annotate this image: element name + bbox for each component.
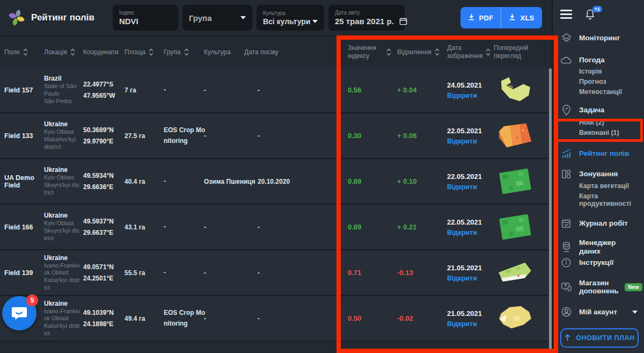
column-header-image_date[interactable]: Дата зображення bbox=[447, 44, 494, 60]
sidebar-subitem-forecast[interactable]: Прогноз bbox=[579, 78, 638, 85]
report-date-filter[interactable]: Дата звіту 25 трав 2021 р. bbox=[328, 5, 405, 31]
upgrade-plan-label: ОНОВИТИ ПЛАН bbox=[576, 334, 635, 342]
open-link[interactable]: Відкрити bbox=[447, 229, 477, 236]
column-header-group[interactable]: Група bbox=[164, 48, 204, 56]
sidebar-item-data-manager[interactable]: Менеджер даних bbox=[560, 239, 638, 255]
deviation-value: + 0.06 bbox=[397, 132, 447, 140]
sort-icon[interactable] bbox=[386, 48, 391, 56]
upgrade-plan-button[interactable]: ОНОВИТИ ПЛАН bbox=[560, 328, 639, 348]
sidebar-item-label: Задача bbox=[579, 106, 604, 114]
culture-filter[interactable]: Культура Всі культури bbox=[257, 5, 324, 31]
cloud-icon bbox=[560, 55, 572, 65]
column-label: Значення індексу bbox=[348, 44, 383, 60]
fields-rating-table: ПолеЛокаціяКоординатиПлощаГрупаКультураД… bbox=[0, 37, 552, 352]
image-date-cell: 22.05.2021 Відкрити bbox=[447, 172, 494, 191]
chat-unread-badge: 5 bbox=[26, 294, 38, 306]
field-preview-image[interactable] bbox=[494, 166, 536, 197]
column-label: Дата посіву bbox=[244, 48, 279, 56]
vertical-scrollbar[interactable] bbox=[549, 68, 552, 353]
sidebar-item-field-rating[interactable]: Рейтинг полів bbox=[560, 148, 638, 159]
column-header-index_value[interactable]: Значення індексу bbox=[348, 44, 397, 60]
group-filter[interactable]: Група bbox=[182, 5, 252, 31]
download-xls-button[interactable]: XLS bbox=[501, 7, 542, 28]
sidebar-item-work-log[interactable]: Журнал робіт bbox=[560, 218, 638, 229]
field-culture: - bbox=[204, 269, 258, 277]
main-panel: Рейтинг полів Індекс NDVI Група Культура bbox=[0, 0, 552, 353]
sidebar-subitem-done-tasks[interactable]: Виконані (1) bbox=[579, 129, 638, 136]
sidebar-item-label: Інструкції bbox=[579, 258, 613, 267]
notifications-bell-icon[interactable]: +1 bbox=[585, 9, 595, 20]
sidebar-top: +1 bbox=[560, 4, 638, 24]
table-row[interactable]: Field 133 Ukraine Kyiv Oblast Makarivs'k… bbox=[0, 113, 552, 159]
table-row[interactable]: Field 139 Ukraine Ivano-Frankivsk Oblast… bbox=[0, 250, 552, 296]
map-pin-icon bbox=[560, 104, 572, 116]
image-date: 21.05.2021 bbox=[447, 264, 492, 272]
table-row[interactable]: Field 157 Brazil State of São Paulo São … bbox=[0, 68, 552, 113]
sidebar-item-zoning[interactable]: Зонування bbox=[560, 169, 638, 179]
sidebar-item-monitoring[interactable]: Моніторинг bbox=[560, 32, 638, 44]
column-header-area[interactable]: Площа bbox=[125, 48, 164, 56]
sidebar-item-tasks[interactable]: Задача bbox=[560, 104, 638, 116]
column-header-culture: Культура bbox=[204, 48, 244, 56]
index-value: 0.50 bbox=[348, 314, 397, 322]
sidebar-subitem-history[interactable]: Історія bbox=[579, 68, 638, 75]
sidebar-item-label: Журнал робіт bbox=[579, 219, 628, 228]
index-value: 0.89 bbox=[348, 223, 397, 231]
download-pdf-button[interactable]: PDF bbox=[460, 7, 501, 28]
column-label: Відхилення bbox=[397, 48, 431, 56]
menu-icon[interactable] bbox=[560, 10, 572, 19]
deviation-value: -0.13 bbox=[397, 269, 447, 277]
sidebar-item-label: Зонування bbox=[579, 170, 618, 178]
sidebar-item-my-account[interactable]: Мій акаунт bbox=[560, 306, 638, 318]
sidebar-item-label: Менеджер даних bbox=[579, 239, 638, 255]
field-name: Field 157 bbox=[4, 87, 44, 94]
preview-cell bbox=[494, 166, 552, 197]
sort-icon[interactable] bbox=[23, 48, 28, 56]
index-filter[interactable]: Індекс NDVI bbox=[113, 5, 178, 31]
column-label: Координати bbox=[83, 48, 119, 56]
open-link[interactable]: Відкрити bbox=[447, 92, 477, 99]
image-date: 22.05.2021 bbox=[447, 218, 492, 226]
table-row[interactable]: UA Demo Field Ukraine Kyiv Oblast Skvyrs… bbox=[0, 159, 552, 205]
sort-icon[interactable] bbox=[435, 48, 440, 56]
field-area: 43.1 га bbox=[125, 224, 164, 231]
sidebar-subitem-weather-stations[interactable]: Метеостанції bbox=[579, 88, 638, 96]
sort-icon[interactable] bbox=[184, 48, 189, 56]
column-header-field[interactable]: Поле bbox=[4, 48, 44, 56]
image-date-cell: 24.05.2021 Відкрити bbox=[447, 81, 494, 99]
field-location: Ukraine Kyiv Oblast Skvyrs'kyi district bbox=[44, 212, 83, 242]
field-sowing-date: - bbox=[258, 87, 348, 94]
open-link[interactable]: Відкрити bbox=[447, 275, 477, 282]
chat-widget-button[interactable]: 5 bbox=[2, 296, 36, 330]
field-preview-image[interactable] bbox=[494, 120, 536, 152]
sidebar-item-instructions[interactable]: Інструкції bbox=[560, 257, 638, 268]
field-preview-image[interactable] bbox=[494, 75, 536, 106]
sidebar-item-addons-store[interactable]: Магазин доповнень New bbox=[560, 279, 638, 296]
field-location: Brazil State of São Paulo São Pedro bbox=[44, 75, 83, 105]
column-header-location[interactable]: Локація bbox=[44, 48, 83, 56]
field-preview-image[interactable] bbox=[494, 257, 536, 289]
table-row[interactable]: F Ukraine Ivano-Frankivsk Oblast Kalus'k… bbox=[0, 296, 552, 342]
image-date: 21.05.2021 bbox=[447, 309, 492, 318]
deviation-value: + 0.10 bbox=[397, 177, 447, 185]
sidebar-subitem-new-tasks[interactable]: Нові (2) bbox=[579, 119, 638, 126]
sidebar-subitem-vegetation-map[interactable]: Карта вегетації bbox=[579, 182, 638, 190]
field-preview-image[interactable] bbox=[494, 303, 536, 334]
open-link[interactable]: Відкрити bbox=[447, 183, 477, 191]
open-link[interactable]: Відкрити bbox=[447, 320, 477, 328]
open-link[interactable]: Відкрити bbox=[447, 138, 477, 145]
sort-icon[interactable] bbox=[149, 48, 153, 56]
sort-icon[interactable] bbox=[70, 48, 75, 56]
field-area: 27.5 га bbox=[125, 132, 164, 140]
field-preview-image[interactable] bbox=[494, 212, 536, 243]
sort-icon[interactable] bbox=[486, 48, 491, 56]
table-row[interactable]: Field 166 Ukraine Kyiv Oblast Skvyrs'kyi… bbox=[0, 205, 552, 250]
field-sowing-date: - bbox=[258, 315, 348, 322]
sidebar-subitem-productivity-map[interactable]: Карта продуктивності bbox=[579, 192, 638, 207]
column-header-deviation[interactable]: Відхилення bbox=[397, 48, 447, 56]
field-coordinates: 49.5937°N29.6637°E bbox=[83, 216, 125, 238]
sidebar-item-weather[interactable]: Погода bbox=[560, 55, 638, 65]
image-date: 24.05.2021 bbox=[447, 81, 492, 89]
deviation-value: -0.02 bbox=[397, 314, 447, 322]
field-coordinates: 22.4977°S47.9565°W bbox=[83, 79, 125, 101]
